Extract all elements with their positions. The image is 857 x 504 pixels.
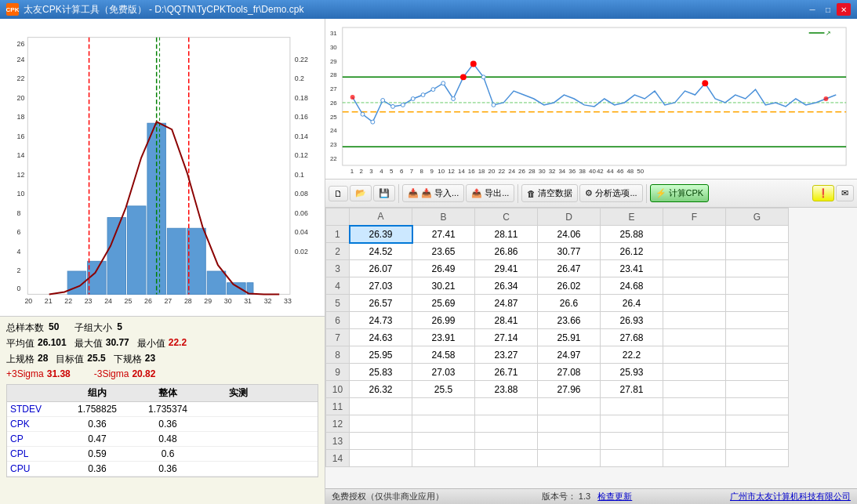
- warning-button[interactable]: ❗: [812, 185, 834, 201]
- data-cell[interactable]: 24.73: [350, 312, 412, 329]
- data-cell[interactable]: 26.57: [350, 295, 412, 312]
- col-header-b[interactable]: B: [412, 208, 475, 226]
- data-cell[interactable]: 27.14: [475, 329, 538, 346]
- data-cell[interactable]: [726, 295, 789, 312]
- data-cell[interactable]: 26.02: [538, 277, 601, 295]
- data-cell[interactable]: 30.77: [538, 243, 601, 260]
- data-cell[interactable]: [663, 277, 726, 295]
- data-cell[interactable]: 28.41: [475, 312, 538, 329]
- data-cell[interactable]: [663, 450, 726, 467]
- data-cell[interactable]: 26.32: [350, 381, 412, 398]
- col-header-a[interactable]: A: [350, 208, 412, 226]
- open-button[interactable]: 📂: [350, 185, 372, 201]
- data-cell[interactable]: 26.6: [538, 295, 601, 312]
- col-header-d[interactable]: D: [538, 208, 601, 226]
- data-cell[interactable]: 25.5: [412, 381, 475, 398]
- new-button[interactable]: 🗋: [329, 186, 348, 201]
- col-header-f[interactable]: F: [663, 208, 726, 226]
- data-cell[interactable]: [475, 450, 538, 467]
- data-cell[interactable]: [601, 433, 663, 450]
- data-cell[interactable]: 24.87: [475, 295, 538, 312]
- data-cell[interactable]: [663, 260, 726, 277]
- data-cell[interactable]: [726, 450, 789, 467]
- data-cell[interactable]: [475, 433, 538, 450]
- data-cell[interactable]: [726, 346, 789, 364]
- data-cell[interactable]: 26.47: [538, 260, 601, 277]
- update-link[interactable]: 检查更新: [597, 491, 632, 501]
- calc-cpk-button[interactable]: ⚡ 计算CPK: [650, 184, 710, 202]
- data-cell[interactable]: [663, 295, 726, 312]
- data-cell[interactable]: 26.07: [350, 260, 412, 277]
- data-cell[interactable]: 26.93: [601, 312, 663, 329]
- data-cell[interactable]: [350, 415, 412, 433]
- data-cell[interactable]: [412, 433, 475, 450]
- data-cell[interactable]: 24.63: [350, 329, 412, 346]
- data-cell[interactable]: 23.41: [601, 260, 663, 277]
- clear-button[interactable]: 🗑 清空数据: [521, 184, 578, 202]
- data-cell[interactable]: 25.91: [538, 329, 601, 346]
- data-cell[interactable]: 26.4: [601, 295, 663, 312]
- data-cell[interactable]: [726, 329, 789, 346]
- data-cell[interactable]: [726, 226, 789, 243]
- data-cell[interactable]: [663, 415, 726, 433]
- data-cell[interactable]: 24.68: [601, 277, 663, 295]
- data-cell[interactable]: 23.27: [475, 346, 538, 364]
- data-cell[interactable]: 26.71: [475, 364, 538, 381]
- minimize-button[interactable]: ─: [805, 3, 819, 16]
- spreadsheet-container[interactable]: A B C D E F G 126.3927.4128.1124.0625.88…: [325, 208, 857, 488]
- data-cell[interactable]: [726, 381, 789, 398]
- data-cell[interactable]: [663, 312, 726, 329]
- data-cell[interactable]: 24.58: [412, 346, 475, 364]
- col-header-g[interactable]: G: [726, 208, 789, 226]
- data-cell[interactable]: [412, 450, 475, 467]
- close-button[interactable]: ✕: [837, 3, 851, 16]
- data-cell[interactable]: [350, 433, 412, 450]
- data-cell[interactable]: [726, 433, 789, 450]
- data-cell[interactable]: 25.93: [601, 364, 663, 381]
- maximize-button[interactable]: □: [821, 3, 835, 16]
- data-cell[interactable]: [475, 415, 538, 433]
- data-cell[interactable]: [663, 364, 726, 381]
- data-cell[interactable]: [538, 450, 601, 467]
- data-cell[interactable]: 27.81: [601, 381, 663, 398]
- data-cell[interactable]: [726, 398, 789, 415]
- data-cell[interactable]: [726, 364, 789, 381]
- data-cell[interactable]: 26.39: [350, 226, 412, 243]
- mail-button[interactable]: ✉: [836, 185, 854, 201]
- data-cell[interactable]: [601, 398, 663, 415]
- data-cell[interactable]: 25.95: [350, 346, 412, 364]
- data-cell[interactable]: 23.91: [412, 329, 475, 346]
- data-cell[interactable]: [663, 329, 726, 346]
- data-cell[interactable]: 25.69: [412, 295, 475, 312]
- data-cell[interactable]: 27.03: [412, 364, 475, 381]
- data-cell[interactable]: 28.11: [475, 226, 538, 243]
- data-cell[interactable]: [663, 398, 726, 415]
- data-cell[interactable]: [538, 398, 601, 415]
- data-cell[interactable]: [663, 243, 726, 260]
- data-cell[interactable]: 22.2: [601, 346, 663, 364]
- data-cell[interactable]: 29.41: [475, 260, 538, 277]
- save-button[interactable]: 💾: [373, 185, 395, 201]
- data-cell[interactable]: 25.83: [350, 364, 412, 381]
- data-cell[interactable]: [601, 450, 663, 467]
- data-cell[interactable]: 26.99: [412, 312, 475, 329]
- data-cell[interactable]: 23.66: [538, 312, 601, 329]
- data-cell[interactable]: 25.88: [601, 226, 663, 243]
- data-cell[interactable]: 24.97: [538, 346, 601, 364]
- data-cell[interactable]: [475, 398, 538, 415]
- data-cell[interactable]: [412, 398, 475, 415]
- data-cell[interactable]: [663, 381, 726, 398]
- col-header-c[interactable]: C: [475, 208, 538, 226]
- data-cell[interactable]: [601, 415, 663, 433]
- data-cell[interactable]: 26.34: [475, 277, 538, 295]
- data-cell[interactable]: [726, 312, 789, 329]
- data-cell[interactable]: [726, 260, 789, 277]
- import-button[interactable]: 📥 📥 导入...: [402, 184, 464, 202]
- data-cell[interactable]: 24.06: [538, 226, 601, 243]
- col-header-e[interactable]: E: [601, 208, 663, 226]
- export-button[interactable]: 📤 导出...: [466, 184, 514, 202]
- data-cell[interactable]: [350, 450, 412, 467]
- data-cell[interactable]: [726, 277, 789, 295]
- data-cell[interactable]: 24.52: [350, 243, 412, 260]
- analysis-options-button[interactable]: ⚙ 分析选项...: [579, 184, 642, 202]
